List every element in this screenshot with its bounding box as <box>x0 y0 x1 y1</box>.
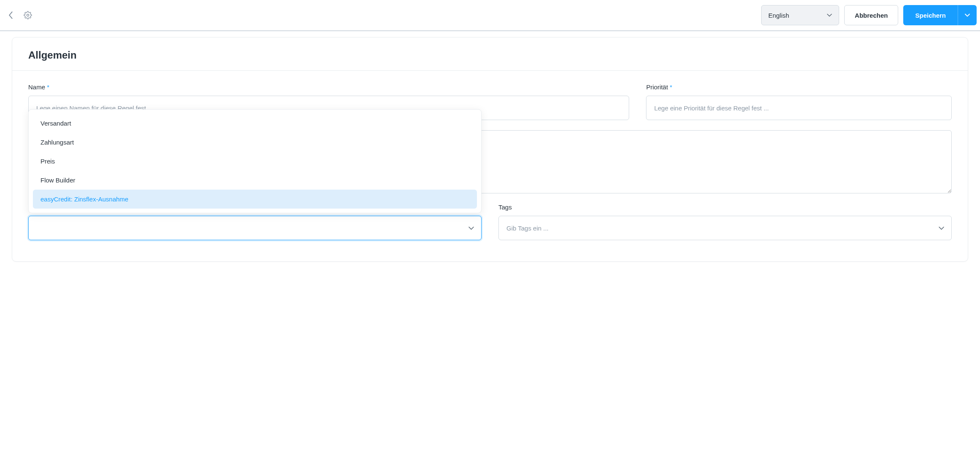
card-body: Name * Priorität * VersandartZahlun <box>12 71 968 261</box>
tags-select[interactable]: Gib Tags ein ... <box>498 216 952 240</box>
tags-label: Tags <box>498 204 952 211</box>
top-left-actions <box>3 10 33 20</box>
type-group: VersandartZahlungsartPreisFlow Builderea… <box>28 216 482 240</box>
language-select[interactable]: English <box>761 5 839 25</box>
card-title: Allgemein <box>28 49 952 61</box>
chevron-down-icon <box>965 13 970 17</box>
priority-input[interactable] <box>646 96 952 120</box>
card-header: Allgemein <box>12 38 968 71</box>
save-button[interactable]: Speichern <box>903 5 958 25</box>
dropdown-item[interactable]: Versandart <box>33 114 477 133</box>
type-select-wrapper: VersandartZahlungsartPreisFlow Builderea… <box>28 216 482 240</box>
priority-group: Priorität * <box>646 83 952 120</box>
tags-select-wrapper: Gib Tags ein ... <box>498 216 952 240</box>
save-dropdown-button[interactable] <box>958 5 977 25</box>
tags-placeholder: Gib Tags ein ... <box>506 225 549 232</box>
cancel-button[interactable]: Abbrechen <box>844 5 898 25</box>
chevron-left-icon <box>8 11 13 19</box>
chevron-down-icon <box>827 13 832 17</box>
required-indicator: * <box>670 83 672 91</box>
name-label-text: Name <box>28 83 45 91</box>
page-content: Allgemein Name * Priorität * <box>0 31 980 268</box>
dropdown-item[interactable]: Flow Builder <box>33 171 477 190</box>
back-button[interactable] <box>6 10 16 20</box>
dropdown-item[interactable]: easyCredit: Zinsflex-Ausnahme <box>33 190 477 209</box>
language-label: English <box>768 12 789 19</box>
gear-icon <box>24 11 32 19</box>
required-indicator: * <box>47 83 49 91</box>
settings-button[interactable] <box>23 10 33 20</box>
dropdown-item[interactable]: Zahlungsart <box>33 133 477 152</box>
svg-point-0 <box>27 14 29 16</box>
priority-label-text: Priorität <box>646 83 668 91</box>
type-dropdown-panel: VersandartZahlungsartPreisFlow Builderea… <box>28 109 482 213</box>
top-right-actions: English Abbrechen Speichern <box>761 5 977 25</box>
row-type-tags: VersandartZahlungsartPreisFlow Builderea… <box>28 204 952 240</box>
type-select[interactable] <box>28 216 482 240</box>
name-label: Name * <box>28 83 629 91</box>
dropdown-item[interactable]: Preis <box>33 152 477 171</box>
save-button-group: Speichern <box>903 5 977 25</box>
tags-group: Tags Gib Tags ein ... <box>498 204 952 240</box>
top-bar: English Abbrechen Speichern <box>0 0 980 31</box>
priority-label: Priorität * <box>646 83 952 91</box>
general-card: Allgemein Name * Priorität * <box>12 37 968 262</box>
